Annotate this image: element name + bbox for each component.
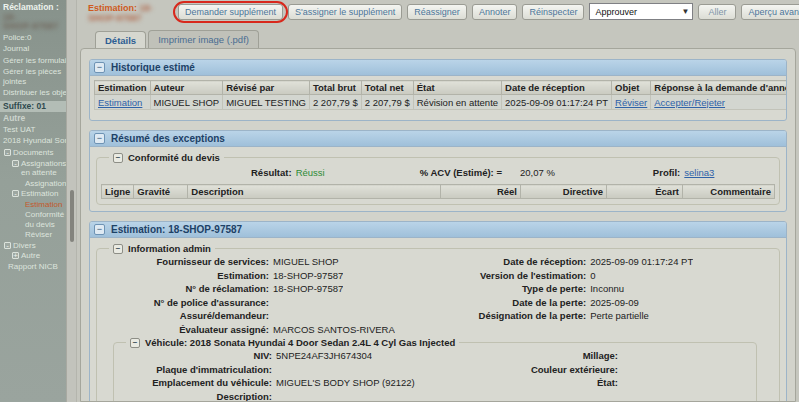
field-label: Date de la perte: (458, 297, 590, 308)
field-label: NIV: (118, 350, 276, 361)
col-date-reception: Date de réception (502, 81, 612, 95)
tree-node-autre[interactable]: + Autre (3, 251, 64, 262)
claim-label: Réclamation : (3, 2, 59, 12)
expand-icon[interactable]: + (12, 252, 19, 259)
go-button[interactable]: Aller (698, 4, 736, 20)
conformite-devis-fieldset: − Conformité du devis Résultat: Réussi %… (96, 152, 780, 205)
tree-node-rapport-nicb[interactable]: Rapport NICB (3, 261, 64, 272)
reviser-link[interactable]: Réviser (615, 97, 647, 108)
field-date-perte: Date de la perte: 2025-09-09 (458, 296, 775, 310)
estimation-link[interactable]: Estimation (98, 97, 142, 108)
reinspect-button[interactable]: Réinspecter (522, 4, 584, 20)
compliance-result-row: Résultat: Réussi % ACV (Estimé): = 20,07… (101, 164, 775, 181)
tab-print-image-pdf[interactable]: Imprimer image (.pdf) (148, 30, 259, 48)
estimation-id-redacted-2: SHOP-97587 (88, 13, 142, 23)
sidebar-item-journal[interactable]: Journal (3, 43, 64, 55)
tree-node-assignation[interactable]: Assignation (3, 178, 64, 189)
tree-node-divers[interactable]: - Divers (3, 240, 64, 251)
col-auteur: Auteur (150, 81, 223, 95)
field-niv: NIV: 5NPE24AF3JH674304 (118, 349, 454, 363)
tree-label: Estimation (21, 189, 64, 199)
field-fournisseur: Fournisseur de services: MIGUEL SHOP (101, 255, 458, 269)
col-estimation: Estimation (95, 81, 151, 95)
collapse-fieldset-icon[interactable]: − (113, 153, 123, 163)
tree-node-reviser[interactable]: Réviser (3, 230, 64, 241)
collapse-section-icon[interactable]: − (94, 62, 105, 73)
field-evaluateur: Évaluateur assigné: MARCOS SANTOS-RIVERA (101, 323, 458, 337)
nav-tree: - Documents - Assignations en attente As… (3, 148, 64, 272)
field-description: Description: (118, 390, 454, 402)
field-value: 0 (590, 270, 595, 281)
field-value: MIGUEL'S BODY SHOP (92122) (276, 377, 415, 388)
tree-node-assignations-en-attente[interactable]: - Assignations en attente (3, 158, 64, 178)
cell-total-net: 2 207,79 $ (361, 95, 413, 110)
section-title: Historique estimé (111, 62, 195, 73)
tree-node-documents[interactable]: - Documents (3, 148, 64, 159)
tree-label: Divers (13, 241, 64, 251)
sidebar-item-police[interactable]: Police:0 (3, 32, 64, 44)
collapse-icon[interactable]: - (12, 160, 19, 167)
field-label: Désignation de la perte: (458, 310, 590, 321)
collapse-section-icon[interactable]: − (94, 224, 105, 235)
collapse-icon[interactable]: - (4, 149, 11, 156)
col-description: Description (188, 185, 441, 199)
tab-details[interactable]: Détails (95, 31, 146, 49)
field-value: 18-SHOP-97587 (273, 270, 343, 281)
field-label: Millage: (454, 350, 622, 361)
tree-node-conformite-devis[interactable]: Conformité du devis (3, 210, 64, 230)
field-type-perte: Type de perte: Inconnu (458, 282, 775, 296)
estimation-id-redacted: 18- (140, 3, 153, 13)
field-value: Inconnu (590, 283, 624, 294)
field-value: 2025-09-09 01:17:24 PT (590, 256, 693, 267)
collapse-icon[interactable]: - (12, 190, 19, 197)
annotate-button[interactable]: Annoter (472, 4, 518, 20)
collapse-section-icon[interactable]: − (94, 133, 105, 144)
request-supplement-button[interactable]: Demander supplément (178, 4, 283, 20)
main-area: Estimation: 18- SHOP-97587 Demander supp… (78, 0, 799, 402)
sidebar: Réclamation : 18- SHOP-97587 Police:0 Jo… (0, 0, 66, 402)
action-select-value: Approuver (595, 7, 637, 17)
profil-label: Profil: (653, 167, 680, 178)
tree-node-estimation-parent[interactable]: - Estimation (3, 189, 64, 200)
field-estimation: Estimation: 18-SHOP-97587 (101, 269, 458, 283)
history-table: Estimation Auteur Révisé par Total brut … (94, 80, 787, 110)
sidebar-item-vehicle[interactable]: 2018 Hyundai Sonata (3, 135, 64, 147)
result-label: Résultat: (251, 167, 292, 178)
vehicule-fieldset: − Véhicule: 2018 Sonata Hyundai 4 Door S… (113, 337, 757, 402)
accepter-rejeter-link[interactable]: Accepter/Rejeter (654, 97, 725, 108)
suffix-header: Suffixe: 01 (0, 101, 66, 113)
col-commentaire: Commentaire (683, 185, 775, 199)
reassign-button[interactable]: Réassigner (407, 4, 467, 20)
section-header: − Résumé des exceptions (90, 131, 786, 147)
field-designation-perte: Désignation de la perte: Perte partielle (458, 309, 775, 323)
sidebar-scrollbar[interactable] (66, 0, 77, 402)
details-panel: − Historique estimé Estimation Auteur Ré… (80, 48, 796, 402)
section-header: − Estimation: 18-SHOP-97587 (90, 222, 786, 238)
chevron-down-icon: ▼ (682, 7, 690, 16)
assign-supplement-button[interactable]: S'assigner le supplément (288, 4, 402, 20)
cell-date-reception: 2025-09-09 01:17:24 PT (502, 95, 612, 110)
cell-total-brut: 2 207,79 $ (309, 95, 361, 110)
profil-link[interactable]: selina3 (684, 167, 714, 178)
print-preview-button[interactable]: Aperçu avant impression (741, 4, 799, 20)
field-plaque: Plaque d'immatriculation: (118, 363, 454, 377)
field-label: Description: (118, 391, 276, 402)
collapse-icon[interactable]: - (4, 242, 11, 249)
field-no-police: N° de police d'assurance: (101, 296, 458, 310)
field-value: MIGUEL SHOP (273, 256, 339, 267)
sidebar-item-gerer-pieces-jointes[interactable]: Gérer les pièces jointes (3, 66, 64, 87)
field-value: 5NPE24AF3JH674304 (276, 350, 372, 361)
action-select[interactable]: Approuver ▼ (589, 3, 693, 20)
scrollbar-thumb[interactable] (70, 190, 74, 242)
tree-node-estimation-selected[interactable]: Estimation (3, 199, 64, 210)
field-label: Plaque d'immatriculation: (118, 364, 276, 375)
collapse-fieldset-icon[interactable]: − (130, 338, 140, 348)
sidebar-item-distribuer-objets[interactable]: Distribuer les objets (3, 87, 64, 99)
sidebar-item-gerer-formulaires[interactable]: Gérer les formulaires (3, 55, 64, 67)
tree-label: Estimation (25, 200, 64, 210)
cell-etat: Révision en attente (413, 95, 501, 110)
col-reel: Réel (441, 185, 521, 199)
col-total-brut: Total brut (309, 81, 361, 95)
sidebar-item-test-uat[interactable]: Test UAT (3, 124, 64, 136)
collapse-fieldset-icon[interactable]: − (113, 244, 123, 254)
